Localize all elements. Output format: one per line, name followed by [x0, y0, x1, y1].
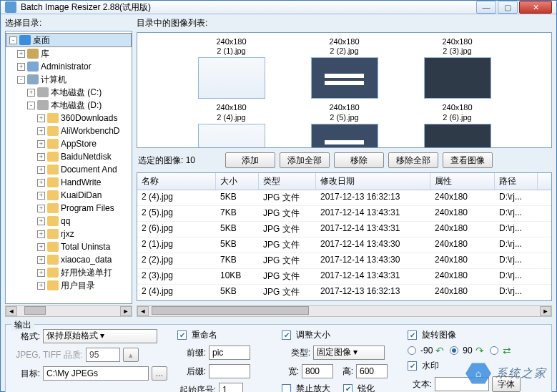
add-all-button[interactable]: 添加全部 [280, 152, 330, 168]
tree-hscrollbar[interactable]: ◄ ► [5, 305, 132, 317]
rotate-checkbox[interactable] [408, 330, 417, 340]
tree-node[interactable]: -本地磁盘 (D:) [6, 99, 132, 112]
thumbnail-item[interactable]: 240x1802 (1).jpg [185, 37, 278, 99]
table-row[interactable]: 2 (4).jpg5KBJPG 文件2017-12-13 16:32:13240… [137, 190, 551, 206]
tree-expand-icon[interactable]: + [37, 114, 45, 122]
tree-node[interactable]: +360Downloads [6, 112, 132, 124]
tree-node[interactable]: +HandWrite [6, 176, 132, 189]
table-row[interactable]: 2 (2).jpg7KBJPG 文件2017-12-14 13:43:30240… [137, 253, 551, 269]
column-header[interactable]: 修改日期 [316, 173, 430, 190]
thumbnail-item[interactable]: 240x1802 (3).jpg [411, 37, 504, 99]
rotate-90-radio[interactable] [450, 346, 458, 355]
add-button[interactable]: 添加 [225, 152, 275, 168]
rotate-neg90-radio[interactable] [408, 346, 416, 355]
tree-node[interactable]: +本地磁盘 (C:) [6, 86, 132, 99]
tree-node[interactable]: +Total Uninsta [6, 240, 132, 253]
startnum-input[interactable] [219, 383, 243, 392]
tree-expand-icon[interactable]: + [37, 217, 45, 225]
tree-expand-icon[interactable]: + [37, 153, 45, 161]
file-table[interactable]: 名称大小类型修改日期属性路径 2 (4).jpg5KBJPG 文件2017-12… [137, 172, 552, 301]
prefix-input[interactable] [209, 346, 250, 360]
tree-expand-icon[interactable]: + [37, 179, 45, 187]
tree-node[interactable]: +Administrator [6, 60, 132, 73]
tree-node[interactable]: +AliWorkbenchD [6, 124, 132, 137]
column-header[interactable]: 类型 [259, 173, 316, 190]
directory-tree[interactable]: -桌面+库+Administrator-计算机+本地磁盘 (C:)-本地磁盘 (… [5, 31, 132, 304]
scroll-thumb[interactable] [24, 306, 46, 315]
tree-node[interactable]: +KuaiDiDan [6, 189, 132, 202]
tree-node[interactable]: +qq [6, 215, 132, 227]
table-row[interactable]: 2 (6).jpg5KBJPG 文件2017-12-14 13:43:31240… [137, 222, 551, 237]
tree-expand-icon[interactable]: + [37, 243, 45, 251]
width-input[interactable] [302, 364, 333, 378]
thumbnail-panel[interactable]: 240x1802 (1).jpg 240x1802 (2).jpg 240x18… [137, 32, 552, 148]
maximize-button[interactable]: ▢ [498, 1, 518, 14]
tree-node[interactable]: +好用快递单打 [6, 266, 132, 279]
tree-expand-icon[interactable]: + [37, 166, 45, 174]
scroll-right-arrow-icon[interactable]: ► [540, 306, 551, 316]
tree-expand-icon[interactable]: + [17, 50, 25, 58]
tree-expand-icon[interactable]: - [17, 76, 25, 84]
table-row[interactable]: 2 (4).jpg5KBJPG 文件2017-12-13 16:32:13240… [137, 285, 551, 300]
tree-node[interactable]: +Document And [6, 163, 132, 176]
scroll-thumb[interactable] [152, 306, 309, 315]
titlebar[interactable]: Batch Image Resizer 2.88(试用版) — ▢ ✕ [1, 1, 556, 14]
resize-type-select[interactable]: 固定图像 ▾ [313, 346, 385, 360]
tree-expand-icon[interactable]: + [37, 256, 45, 264]
tree-expand-icon[interactable]: - [27, 102, 35, 109]
resize-checkbox[interactable] [282, 330, 291, 340]
quality-input[interactable] [86, 348, 120, 362]
height-input[interactable] [356, 364, 388, 378]
remove-all-button[interactable]: 移除全部 [388, 152, 438, 168]
tree-expand-icon[interactable]: + [37, 269, 45, 277]
tree-node[interactable]: +Program Files [6, 202, 132, 215]
column-header[interactable]: 属性 [430, 173, 495, 190]
table-row[interactable]: 2 (5).jpg7KBJPG 文件2017-12-14 13:43:31240… [137, 206, 551, 222]
tree-expand-icon[interactable]: + [37, 127, 45, 135]
tree-expand-icon[interactable]: + [37, 192, 45, 200]
tree-node[interactable]: +AppStore [6, 137, 132, 150]
tree-node[interactable]: +BaiduNetdisk [6, 150, 132, 163]
tree-expand-icon[interactable]: + [27, 89, 35, 97]
tree-expand-icon[interactable]: + [37, 140, 45, 148]
tree-node[interactable]: +库 [6, 47, 132, 60]
browse-target-button[interactable]: … [152, 366, 167, 381]
target-input[interactable] [43, 366, 149, 381]
view-image-button[interactable]: 查看图像 [443, 152, 493, 168]
rename-checkbox[interactable] [177, 330, 187, 340]
table-row[interactable]: 2 (3).jpg10KBJPG 文件2017-12-14 13:43:3124… [137, 269, 551, 285]
table-hscrollbar[interactable]: ◄ ► [137, 305, 552, 317]
minimize-button[interactable]: — [476, 1, 496, 14]
scroll-left-arrow-icon[interactable]: ◄ [137, 306, 149, 316]
noenlarge-checkbox[interactable] [282, 384, 291, 392]
tree-node[interactable]: -计算机 [6, 73, 132, 86]
tree-node[interactable]: -桌面 [6, 33, 132, 47]
thumbnail-item[interactable]: 240x1802 (2).jpg [298, 37, 391, 99]
table-row[interactable]: 2 (1).jpg5KBJPG 文件2017-12-14 13:43:30240… [137, 237, 551, 253]
thumbnail-item[interactable]: 240x1802 (6).jpg [411, 103, 504, 148]
tree-node[interactable]: +xiaocao_data [6, 253, 132, 266]
scroll-right-arrow-icon[interactable]: ► [120, 306, 132, 316]
tree-expand-icon[interactable]: + [37, 205, 45, 212]
rotate-flip-radio[interactable] [490, 346, 498, 355]
format-select[interactable]: 保持原始格式 ▾ [43, 329, 157, 343]
watermark-checkbox[interactable] [408, 361, 417, 371]
column-header[interactable]: 大小 [216, 173, 259, 190]
remove-button[interactable]: 移除 [334, 152, 384, 168]
scroll-left-arrow-icon[interactable]: ◄ [6, 306, 17, 316]
thumbnail-item[interactable]: 240x1802 (5).jpg [298, 103, 391, 148]
close-button[interactable]: ✕ [519, 1, 552, 14]
font-button[interactable]: 字体 [492, 376, 521, 392]
tree-expand-icon[interactable]: + [37, 230, 45, 238]
tree-expand-icon[interactable]: - [9, 36, 17, 44]
tree-node[interactable]: +用户目录 [6, 279, 132, 292]
column-header[interactable]: 名称 [137, 173, 216, 190]
sharpen-checkbox[interactable] [343, 384, 353, 392]
tree-expand-icon[interactable]: + [37, 282, 45, 290]
column-header[interactable]: 路径 [495, 173, 538, 190]
wm-text-input[interactable] [435, 377, 489, 391]
tree-expand-icon[interactable]: + [17, 63, 25, 71]
tree-node[interactable]: +rjxz [6, 227, 132, 240]
thumbnail-item[interactable]: 240x1802 (4).jpg [185, 103, 278, 148]
suffix-input[interactable] [209, 364, 250, 378]
